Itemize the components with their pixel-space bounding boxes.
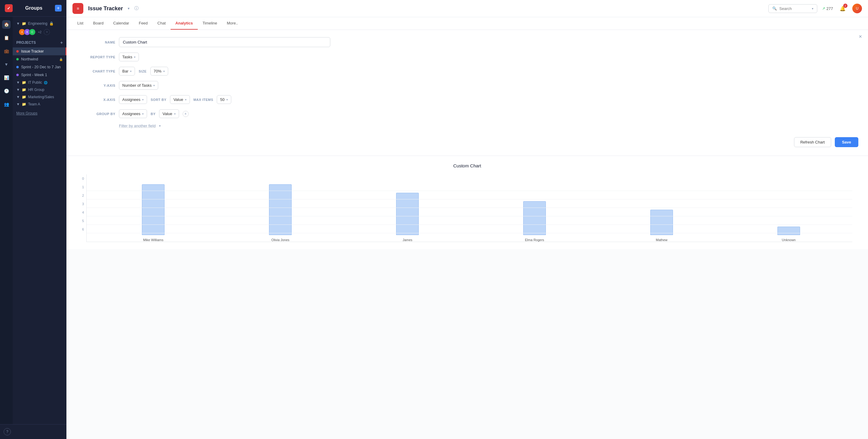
sort-by-label: SORT BY [151, 98, 166, 101]
trend-badge: ↗ 277 [822, 6, 833, 11]
max-items-chevron: ▾ [226, 98, 228, 101]
badge-count: 277 [826, 6, 833, 11]
search-icon: 🔍 [772, 6, 777, 10]
tab-timeline[interactable]: Timeline [198, 17, 222, 30]
marketing-collapse: ▼ [16, 95, 20, 99]
clock-icon[interactable]: 🕐 [2, 87, 10, 95]
hr-collapse: ▼ [16, 88, 20, 92]
folder-icon-5: 📁 [22, 102, 26, 106]
tab-feed[interactable]: Feed [134, 17, 153, 30]
x-axis-value: Assignees [122, 97, 141, 102]
projects-header: Projects + [13, 38, 66, 48]
y-label-4: 4 [82, 208, 84, 216]
bar-elma-rogers-bar [523, 201, 546, 235]
y-label-2: 2 [82, 191, 84, 200]
refresh-chart-button[interactable]: Refresh Chart [794, 137, 831, 147]
hr-group[interactable]: ▼ 📁 HR Group [13, 86, 66, 93]
people-icon[interactable]: 👥 [2, 100, 10, 109]
sidebar-nav: ▼ 📁 Engineering 🔒 A B C +2 + Projects + [13, 17, 66, 424]
it-public-group[interactable]: ▼ 📁 IT Public 🌐 [13, 79, 66, 86]
sidebar-bottom: ? [0, 424, 66, 439]
sort-by-value: Value [173, 97, 183, 102]
name-input[interactable] [119, 37, 330, 47]
topbar: ≡ Issue Tracker ▾ ⓘ 🔍 ▾ ↗ 277 🔔 2 U [66, 0, 868, 17]
team-a-group[interactable]: ▼ 📁 Team A [13, 100, 66, 108]
northwind-dot [16, 58, 19, 60]
tab-more[interactable]: More.. [222, 17, 243, 30]
help-button[interactable]: ? [4, 428, 11, 435]
notif-count: 2 [843, 4, 847, 8]
group-by-dropdown[interactable]: Assignees ▾ [119, 109, 147, 118]
sidebar-item-sprint-dec[interactable]: Sprint - 20 Dec to 7 Jan [13, 63, 66, 71]
bar-james-bar [396, 193, 419, 235]
briefcase-icon[interactable]: 💼 [2, 47, 10, 55]
y-label-6: 6 [82, 225, 84, 234]
engineering-group[interactable]: ▼ 📁 Engineering 🔒 [13, 20, 66, 28]
sidebar-item-issue-tracker[interactable]: Issue Tracker [13, 48, 66, 55]
sidebar-title: Groups [25, 5, 42, 11]
tab-analytics[interactable]: Analytics [170, 17, 198, 30]
y-axis-labels: 6 5 4 3 2 1 0 [82, 174, 84, 242]
chart-type-dropdown[interactable]: Bar ▾ [119, 67, 135, 76]
more-groups-link[interactable]: More Groups [16, 111, 37, 115]
bar-mathew: Mathew [601, 210, 722, 242]
lock-icon: 🔒 [49, 22, 54, 26]
size-dropdown[interactable]: 70% ▾ [150, 67, 168, 76]
bar-mathew-bar [650, 210, 673, 235]
filter-link[interactable]: Filter by another field [119, 123, 155, 128]
content-area: × NAME REPORT TYPE Tasks ▾ CHART TYPE Ba… [66, 30, 868, 439]
tab-board[interactable]: Board [88, 17, 108, 30]
group-by-label: GROUP BY [76, 112, 115, 116]
chart-type-label: CHART TYPE [76, 69, 115, 73]
chart-icon[interactable]: 📊 [2, 74, 10, 82]
group-by-value2-dropdown[interactable]: Value ▾ [159, 109, 179, 118]
add-member-button[interactable]: + [44, 29, 50, 35]
globe-icon: 🌐 [44, 81, 48, 84]
home-icon[interactable]: 🏠 [2, 20, 10, 29]
report-type-dropdown[interactable]: Tasks ▾ [119, 53, 139, 61]
close-panel-button[interactable]: × [859, 33, 862, 40]
group-by-remove-button[interactable]: × [183, 111, 189, 117]
x-axis-dropdown[interactable]: Assignees ▾ [119, 95, 147, 104]
search-box[interactable]: 🔍 ▾ [768, 4, 817, 13]
user-avatar[interactable]: U [852, 4, 862, 13]
by-label: BY [151, 112, 155, 116]
max-items-dropdown[interactable]: 50 ▾ [217, 95, 231, 104]
sidebar-item-sprint-week[interactable]: Sprint - Week 1 [13, 71, 66, 79]
add-project-button[interactable]: + [60, 40, 63, 45]
bar-olivia-jones-bar [269, 184, 292, 235]
report-type-value: Tasks [122, 55, 132, 59]
sidebar-item-northwind[interactable]: Northwind 🔒 [13, 55, 66, 63]
collapse-icon: ▼ [16, 22, 20, 26]
save-button[interactable]: Save [835, 137, 858, 147]
projects-label: Projects [16, 40, 36, 45]
sort-by-dropdown[interactable]: Value ▾ [170, 95, 190, 104]
report-type-label: REPORT TYPE [76, 55, 115, 59]
tab-calendar[interactable]: Calendar [108, 17, 134, 30]
name-row: NAME [76, 37, 858, 47]
tab-chat[interactable]: Chat [152, 17, 170, 30]
filter-icon[interactable]: ▼ [2, 60, 10, 68]
it-public-label: IT Public [28, 80, 42, 85]
x-axis-label: X-AXIS [76, 98, 115, 101]
bar-unknown-bar [777, 227, 800, 235]
tasks-icon[interactable]: 📋 [2, 33, 10, 42]
y-axis-value: Number of Tasks [122, 83, 152, 88]
y-label-0: 0 [82, 174, 84, 183]
app-icon: ≡ [72, 3, 83, 14]
add-group-button[interactable]: + [55, 5, 62, 11]
size-chevron: ▾ [163, 70, 165, 73]
y-axis-dropdown[interactable]: Number of Tasks ▾ [119, 81, 158, 90]
notifications-button[interactable]: 🔔 2 [838, 4, 847, 13]
chart-type-chevron: ▾ [130, 70, 132, 73]
title-chevron-icon[interactable]: ▾ [128, 6, 129, 10]
info-icon[interactable]: ⓘ [134, 6, 138, 11]
folder-icon: 📁 [22, 22, 26, 26]
sidebar-header: ✓ Groups + [0, 0, 66, 17]
tab-list[interactable]: List [72, 17, 88, 30]
marketing-sales-group[interactable]: ▼ 📁 Marketing/Sales [13, 93, 66, 100]
search-input[interactable] [779, 6, 809, 11]
bar-james-label: James [402, 238, 412, 242]
folder-icon-2: 📁 [22, 80, 26, 85]
sort-by-chevron: ▾ [185, 98, 187, 101]
